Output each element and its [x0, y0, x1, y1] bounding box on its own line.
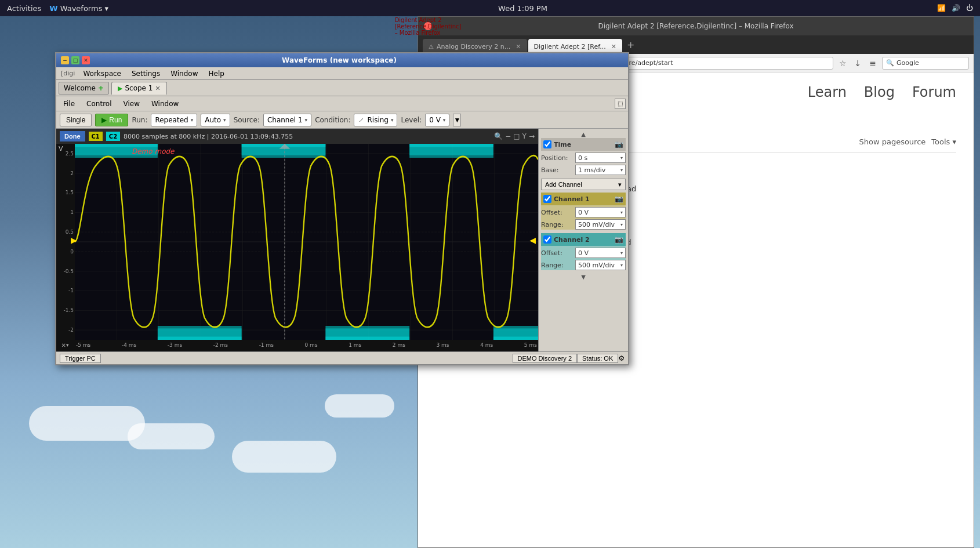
- scope-menu-file[interactable]: File: [59, 99, 79, 109]
- scope-canvas[interactable]: Done C1 C2 8000 samples at 800 kHz | 201…: [56, 129, 538, 351]
- tab-0-close[interactable]: ✕: [516, 43, 521, 50]
- ch2-offset-input[interactable]: 0 V ▾: [575, 248, 626, 258]
- ch1-offset-label: Offset:: [541, 209, 573, 216]
- cloud-decoration: [128, 423, 215, 449]
- x-scroll-btn[interactable]: ✕: [61, 342, 66, 349]
- ch1-range-input[interactable]: 500 mV/div ▾: [575, 219, 626, 230]
- svg-rect-29: [75, 144, 158, 147]
- time-camera-icon[interactable]: 📷: [615, 140, 623, 148]
- auto-arrow-icon: ▾: [223, 117, 226, 123]
- tab-1-close[interactable]: ✕: [611, 43, 616, 50]
- demo-discovery-btn[interactable]: DEMO Discovery 2: [513, 354, 578, 363]
- ch2-offset-row: Offset: 0 V ▾: [541, 248, 626, 258]
- menu-help[interactable]: Help: [204, 68, 229, 79]
- ch1-offset-input[interactable]: 0 V ▾: [575, 207, 626, 217]
- trigger-pc-btn[interactable]: Trigger PC: [60, 354, 101, 363]
- nav-blog[interactable]: Blog: [864, 84, 895, 100]
- time-checkbox[interactable]: [543, 140, 551, 148]
- run-label: Run:: [132, 116, 147, 124]
- level-dropdown[interactable]: 0 V ▾: [425, 114, 449, 126]
- ch1-offset-row: Offset: 0 V ▾: [541, 207, 626, 217]
- scope-box-icon[interactable]: □: [513, 132, 520, 140]
- ch1-range-label: Range:: [541, 221, 573, 228]
- wf-close-btn[interactable]: ✕: [82, 56, 90, 64]
- menu-settings[interactable]: Settings: [127, 68, 165, 79]
- show-pagesource-link[interactable]: Show pagesource: [859, 137, 925, 146]
- activities-label[interactable]: Activities: [7, 4, 41, 13]
- firefox-new-tab-btn[interactable]: +: [623, 39, 638, 50]
- svg-rect-33: [409, 144, 493, 147]
- ch2-range-row: Range: 500 mV/div ▾: [541, 260, 626, 270]
- system-time: Wed 1:09 PM: [498, 4, 547, 13]
- auto-dropdown[interactable]: Auto ▾: [201, 114, 230, 126]
- ch2-checkbox[interactable]: [543, 235, 551, 244]
- side-scroll-up[interactable]: ▲: [541, 131, 626, 138]
- scope-main: Done C1 C2 8000 samples at 800 kHz | 201…: [56, 129, 628, 351]
- position-input[interactable]: 0 s ▾: [575, 153, 626, 163]
- nav-learn[interactable]: Learn: [808, 84, 847, 100]
- source-label: Source:: [234, 116, 260, 124]
- single-btn[interactable]: Single: [60, 114, 92, 126]
- wf-menubar: [digi Workspace Settings Window Help: [56, 67, 628, 80]
- base-input[interactable]: 1 ms/div ▾: [575, 165, 626, 175]
- x-label-minus1: -1 ms: [259, 342, 274, 348]
- ch2-range-input[interactable]: 500 mV/div ▾: [575, 260, 626, 270]
- channel2-header: Channel 2 📷: [541, 233, 626, 246]
- firefox-close-btn[interactable]: Digilent Adept 2 [Reference.Digilentinc]…: [424, 22, 432, 30]
- scope-expand-btn[interactable]: ⬚: [615, 99, 626, 109]
- app-label[interactable]: W Waveforms ▾: [49, 4, 108, 13]
- tab-0-label: Analog Discovery 2 n...: [437, 43, 510, 50]
- scope-menu-control[interactable]: Control: [82, 99, 116, 109]
- rising-dropdown[interactable]: ⟋ Rising ▾: [354, 114, 397, 126]
- settings-icon[interactable]: ⚙: [618, 354, 625, 362]
- scope-tab-close[interactable]: ✕: [155, 85, 160, 92]
- app-menu-arrow[interactable]: ▾: [104, 4, 108, 13]
- firefox-tabbar: ⚠ Analog Discovery 2 n... ✕ Digilent Ade…: [418, 35, 974, 54]
- zoom-icon[interactable]: 🔍: [494, 132, 503, 140]
- scope-minus-icon[interactable]: −: [505, 132, 511, 140]
- wf-titlebar: − □ ✕ WaveForms (new workspace): [56, 53, 628, 67]
- menu-workspace[interactable]: Workspace: [78, 68, 126, 79]
- x-label-2: 2 ms: [393, 342, 405, 348]
- nav-forum[interactable]: Forum: [912, 84, 956, 100]
- ch2-camera-icon[interactable]: 📷: [615, 235, 623, 244]
- scope-submenu: File Control View Window ⬚: [56, 96, 628, 111]
- level-down-btn[interactable]: ▼: [453, 114, 461, 126]
- wf-maximize-btn[interactable]: □: [71, 56, 79, 64]
- cloud-decoration: [232, 441, 336, 473]
- ch1-label: Channel 1: [554, 195, 612, 203]
- channel2-section: Channel 2 📷 Offset: 0 V ▾ Range: 500 mV/…: [541, 233, 626, 270]
- scope-side-panel: ▲ Time 📷 Position: 0 s ▾ Base:: [538, 129, 628, 351]
- scope-arrow-btn[interactable]: →: [529, 132, 535, 140]
- search-bar[interactable]: 🔍 Google: [882, 57, 969, 70]
- status-ok-btn[interactable]: Status: OK: [577, 354, 618, 363]
- channel-dropdown[interactable]: Channel 1 ▾: [263, 114, 311, 126]
- run-btn[interactable]: ▶ Run: [95, 114, 128, 126]
- more-btn[interactable]: ≡: [867, 57, 879, 69]
- waveforms-window: − □ ✕ WaveForms (new workspace) [digi Wo…: [55, 52, 629, 365]
- menu-window[interactable]: Window: [166, 68, 202, 79]
- ch1-camera-icon[interactable]: 📷: [615, 195, 623, 203]
- scope-y-btn[interactable]: Y: [522, 132, 527, 140]
- x-scroll-area: ✕ ▾: [57, 340, 72, 350]
- power-icon: ⏻: [966, 4, 973, 12]
- downloads-icon[interactable]: ↓: [852, 57, 864, 69]
- scope-y-label: V: [59, 145, 63, 153]
- welcome-tab[interactable]: Welcome +: [59, 82, 109, 95]
- scope-tab[interactable]: ▶ Scope 1 ✕: [111, 82, 167, 95]
- x-label-minus5: -5 ms: [76, 342, 90, 348]
- scope-done-btn[interactable]: Done: [60, 131, 85, 141]
- add-channel-btn[interactable]: Add Channel ▾: [541, 179, 626, 190]
- scope-menu-view[interactable]: View: [118, 99, 144, 109]
- control-bar: Single ▶ Run Run: Repeated ▾ Auto ▾ Sour…: [56, 111, 628, 129]
- tools-menu[interactable]: Tools ▾: [931, 137, 956, 146]
- ch1-checkbox[interactable]: [543, 195, 551, 203]
- bookmark-icon[interactable]: ☆: [837, 57, 849, 69]
- wf-minimize-btn[interactable]: −: [61, 56, 69, 64]
- network-icon: 📶: [937, 4, 946, 12]
- x-scroll-down[interactable]: ▾: [66, 342, 69, 348]
- channel1-section: Channel 1 📷 Offset: 0 V ▾ Range: 500 mV/…: [541, 193, 626, 230]
- side-scroll-down[interactable]: ▼: [541, 274, 626, 281]
- scope-menu-window[interactable]: Window: [147, 99, 183, 109]
- repeated-dropdown[interactable]: Repeated ▾: [151, 114, 197, 126]
